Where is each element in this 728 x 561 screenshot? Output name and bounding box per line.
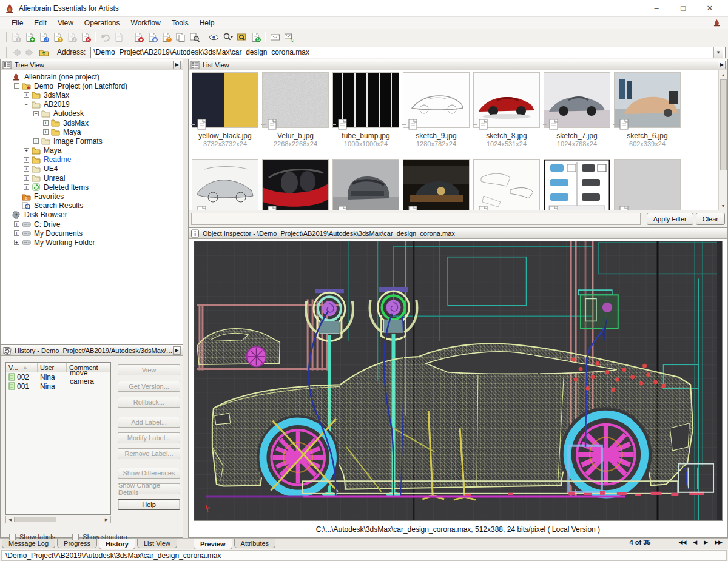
help-button[interactable]: Help [118,499,180,510]
expand-plus-icon[interactable]: + [14,230,19,236]
expand-plus-icon[interactable]: + [43,120,49,126]
thumbnail-sketch_9.jpg[interactable]: sketch_9.jpg1280x782x24 [401,72,471,158]
tab-attributes[interactable]: Attributes [234,539,275,548]
thumbnail-sketch_8.jpg[interactable]: sketch_8.jpg1024x531x24 [471,72,542,158]
preview-image[interactable] [194,241,723,521]
search-menu-icon[interactable] [221,30,235,44]
history-menu-arrow[interactable]: ▶ [173,346,181,355]
expand-plus-icon[interactable]: + [14,240,19,245]
scroll-thumb[interactable] [720,79,727,170]
find-files-icon[interactable] [187,30,201,44]
tree-item-disk-browser[interactable]: Disk Browser [2,210,183,220]
expand-plus-icon[interactable]: + [24,175,29,181]
column-header-user[interactable]: User [38,363,67,372]
tree-item-my-working-folder[interactable]: +My Working Folder [2,238,183,247]
preview-eye-icon[interactable] [207,30,221,44]
list-view-menu-arrow[interactable]: ▶ [718,61,726,69]
page-prev-icon[interactable]: ◀ [693,539,696,545]
scroll-right-icon[interactable]: ▶ [103,516,110,523]
tree-item-my-documents[interactable]: +My Documents [2,229,183,238]
import-file-icon[interactable]: ↑ [51,30,65,44]
expand-plus-icon[interactable]: + [14,221,19,227]
menu-workflow[interactable]: Workflow [126,18,166,29]
tree-item-demo-project-on-latchford-[interactable]: −Demo_Project (on Latchford) [2,81,183,90]
thumbnail-item[interactable] [542,158,612,210]
search-box-icon[interactable] [235,30,249,44]
page-first-icon[interactable]: ◀◀ [678,539,686,545]
scroll-up-icon[interactable]: ▲ [720,70,727,79]
expand-plus-icon[interactable]: + [24,148,29,153]
tree-item-image-formats[interactable]: +Image Formats [2,136,183,146]
refresh-file-icon[interactable]: ↺ [37,30,51,44]
thumbnail-item[interactable] [612,158,682,210]
collapse-minus-icon[interactable]: − [33,111,39,116]
page-last-icon[interactable]: ▶▶ [715,539,722,545]
scroll-down-icon[interactable]: ▼ [720,201,727,210]
up-folder-icon[interactable] [37,45,51,59]
menu-file[interactable]: File [6,18,29,29]
menu-edit[interactable]: Edit [29,18,52,29]
mail-icon[interactable] [268,30,282,44]
file-view-icon[interactable]: ◉ [146,30,160,44]
menu-operations[interactable]: Operations [79,18,126,29]
tree-item-search-results[interactable]: Search Results [2,201,183,210]
thumbnail-yellow_black.jpg[interactable]: yellow_black.jpg3732x3732x24 [190,72,260,158]
expand-plus-icon[interactable]: + [24,184,29,190]
tree-item-ue4[interactable]: +UE4 [2,164,183,173]
collapse-minus-icon[interactable]: − [24,102,29,107]
tree-item-deleted-items[interactable]: +Deleted Items [2,183,183,192]
menu-tools[interactable]: Tools [166,18,194,29]
maximize-button[interactable]: □ [670,1,696,16]
thumbnail-item[interactable] [260,158,331,210]
tree-item-alienbrain-one-project-[interactable]: Alienbrain (one project) [2,72,183,81]
menu-view[interactable]: View [52,18,79,29]
thumbnail-Velur_b.jpg[interactable]: Velur_b.jpg2268x2268x24 [260,72,331,158]
expand-plus-icon[interactable]: + [24,157,29,163]
version-table[interactable]: V...▲UserComment 002Ninamove camera001Ni… [5,362,111,515]
expand-plus-icon[interactable]: + [24,92,29,98]
minimize-button[interactable]: – [643,1,670,16]
thumbnail-item[interactable] [331,158,401,210]
tree-item-maya[interactable]: +Maya [2,146,183,155]
copy-files-icon[interactable] [174,30,187,44]
page-next-icon[interactable]: ▶ [704,539,707,545]
scroll-thumb[interactable] [14,517,56,522]
show-structura--checkbox[interactable] [72,534,79,540]
tab-preview[interactable]: Preview [194,539,232,549]
tree-item-unreal[interactable]: +Unreal [2,173,183,183]
apply-filter-button[interactable]: Apply Filter [647,213,693,225]
scroll-left-icon[interactable]: ◀ [6,516,14,523]
tree-item-3dsmax[interactable]: +3dsMax [2,90,183,99]
tree-item-readme[interactable]: +Readme [2,155,183,164]
expand-plus-icon[interactable]: + [33,138,39,144]
address-dropdown-icon[interactable]: ▾ [713,47,723,58]
clear-filter-button[interactable]: Clear [696,213,725,225]
show-labels-checkbox[interactable] [9,534,16,540]
thumbnail-item[interactable] [401,158,471,210]
collapse-minus-icon[interactable]: − [14,83,19,89]
list-vscrollbar[interactable]: ▲ ▼ [718,70,727,210]
thumbnail-item[interactable]: ~~~~~~~ [190,158,260,210]
file-comment-icon[interactable]: ❝ [160,30,174,44]
thumbnail-sketch_7.jpg[interactable]: sketch_7.jpg1024x768x24 [542,72,612,158]
expand-plus-icon[interactable]: + [43,129,49,135]
tree-item-3dsmax[interactable]: +3dsMax [2,118,183,127]
vertical-splitter[interactable] [183,59,188,538]
menu-help[interactable]: Help [194,18,220,29]
thumbnail-item[interactable] [471,158,542,210]
column-header-v[interactable]: V...▲ [6,363,38,372]
tree-item-autodesk[interactable]: −Autodesk [2,109,183,118]
close-button[interactable]: ✕ [696,1,723,16]
tree-view-menu-arrow[interactable]: ▶ [173,61,181,69]
version-table-hscrollbar[interactable]: ◀ ▶ [5,516,111,523]
address-input[interactable]: \Demo_Project\AB2019\Autodesk\3dsMax\car… [90,47,726,58]
tree-item-ab2019[interactable]: −AB2019 [2,100,183,109]
add-file-icon[interactable]: + [23,30,37,44]
file-star-icon[interactable]: ★ [132,30,146,44]
mail-sync-icon[interactable]: ↻ [282,30,296,44]
expand-plus-icon[interactable]: + [24,166,29,172]
thumbnail-tube_bump.jpg[interactable]: tube_bump.jpg1000x1000x24 [331,72,401,158]
filter-input[interactable] [191,213,641,225]
tree-item-favorites[interactable]: aFavorites [2,192,183,201]
sync-icon[interactable]: ↻ [249,30,263,44]
